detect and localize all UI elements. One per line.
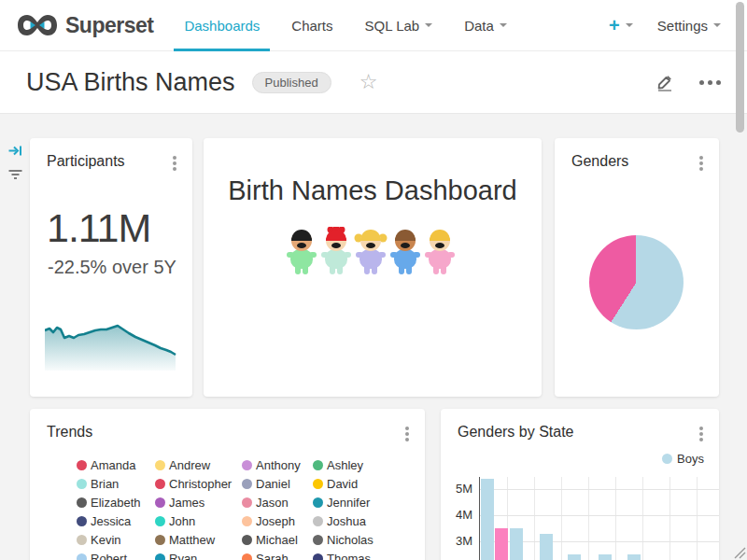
expand-filter-bar-button[interactable]	[7, 143, 23, 162]
pencil-icon	[655, 72, 675, 92]
legend-dot	[155, 460, 165, 470]
more-options-button[interactable]	[699, 80, 721, 85]
legend-dot	[313, 516, 323, 526]
genders-pie-chart[interactable]	[589, 235, 684, 329]
legend-dot	[242, 516, 252, 526]
legend-item-jason[interactable]: Jason	[242, 493, 313, 511]
legend-dot	[155, 497, 165, 508]
legend-item-david[interactable]: David	[313, 474, 397, 493]
trendline-area-chart	[45, 311, 177, 371]
legend-dot	[662, 454, 672, 464]
y-tick-label: 5M	[441, 482, 472, 497]
legend-item-anthony[interactable]: Anthony	[242, 455, 313, 474]
genders-card: Genders	[555, 138, 719, 397]
legend-dot	[77, 535, 87, 545]
favorite-star-icon[interactable]: ☆	[359, 72, 378, 92]
legend-item-matthew[interactable]: Matthew	[155, 530, 242, 549]
bar[interactable]	[510, 528, 523, 560]
legend-dot	[242, 497, 252, 508]
expand-right-icon	[7, 143, 23, 159]
vertical-scrollbar-thumb[interactable]	[736, 2, 744, 133]
legend-item-boys[interactable]: Boys	[662, 452, 704, 466]
legend-item-joshua[interactable]: Joshua	[313, 511, 397, 530]
legend-item-jessica[interactable]: Jessica	[77, 511, 155, 530]
legend-dot	[242, 535, 252, 545]
nav-item-dashboards[interactable]: Dashboards	[168, 0, 275, 51]
legend-dot	[155, 553, 165, 560]
legend-item-thomas[interactable]: Thomas	[313, 549, 397, 560]
legend-dot	[155, 479, 165, 489]
chevron-down-icon	[500, 23, 507, 27]
legend-item-sarah[interactable]: Sarah	[242, 549, 313, 560]
kebab-icon	[699, 156, 703, 160]
legend-dot	[77, 479, 87, 489]
chevron-down-icon	[713, 23, 721, 27]
superset-logo[interactable]: Superset	[17, 12, 153, 38]
trends-legend: AmandaAndrewAnthonyAshleyBrianChristophe…	[77, 455, 419, 560]
bar[interactable]	[495, 528, 508, 560]
infinity-logo-icon	[17, 12, 58, 38]
legend-dot	[77, 553, 87, 560]
top-navbar: Superset Dashboards Charts SQL Lab Data …	[0, 0, 747, 51]
gridline	[480, 489, 719, 490]
legend-item-amanda[interactable]: Amanda	[77, 455, 155, 474]
legend-item-john[interactable]: John	[155, 511, 242, 530]
card-menu-button[interactable]	[170, 153, 179, 174]
bar[interactable]	[568, 554, 581, 560]
bar-chart-plot-area	[479, 477, 719, 560]
filter-button[interactable]	[7, 168, 23, 185]
new-item-button[interactable]: +	[601, 15, 641, 36]
legend-item-christopher[interactable]: Christopher	[155, 474, 242, 493]
chevron-down-icon	[626, 23, 633, 27]
card-menu-button[interactable]	[697, 424, 706, 444]
legend-dot	[77, 460, 87, 470]
filter-funnel-icon	[7, 168, 23, 181]
legend-item-robert[interactable]: Robert	[77, 549, 155, 560]
legend-item-joseph[interactable]: Joseph	[242, 511, 313, 530]
filter-rail	[0, 114, 28, 560]
legend-dot	[242, 553, 252, 560]
legend-item-michael[interactable]: Michael	[242, 530, 313, 549]
legend-item-ryan[interactable]: Ryan	[155, 549, 242, 560]
card-menu-button[interactable]	[402, 424, 412, 444]
bar[interactable]	[481, 479, 494, 560]
legend-dot	[313, 460, 323, 470]
nav-item-charts[interactable]: Charts	[275, 0, 348, 51]
children-illustration	[287, 227, 458, 277]
ellipsis-icon	[699, 80, 704, 85]
legend-dot	[77, 516, 87, 526]
legend-dot	[77, 497, 87, 508]
bar[interactable]	[599, 554, 612, 560]
resize-handle-icon[interactable]	[731, 544, 746, 559]
markdown-header-card: Birth Names Dashboard	[204, 138, 542, 397]
card-menu-button[interactable]	[697, 153, 706, 174]
plus-icon: +	[609, 15, 620, 36]
chevron-down-icon	[425, 23, 432, 27]
legend-item-brian[interactable]: Brian	[77, 474, 155, 493]
legend-dot	[242, 460, 252, 470]
legend-item-jennifer[interactable]: Jennifer	[313, 493, 397, 511]
genders-by-state-card: Genders by State Boys 5M4M3M	[441, 409, 719, 560]
legend-dot	[155, 516, 165, 526]
nav-item-sql-lab[interactable]: SQL Lab	[349, 0, 449, 51]
card-title: Participants	[47, 153, 125, 170]
kebab-icon	[173, 156, 176, 160]
nav-item-data[interactable]: Data	[448, 0, 523, 51]
legend-item-james[interactable]: James	[155, 493, 242, 511]
legend-item-nicholas[interactable]: Nicholas	[313, 530, 397, 549]
card-title: Genders by State	[458, 424, 574, 441]
legend-item-ashley[interactable]: Ashley	[313, 455, 397, 474]
settings-menu[interactable]: Settings	[657, 18, 721, 34]
legend-dot	[313, 479, 323, 489]
legend-item-daniel[interactable]: Daniel	[242, 474, 313, 493]
legend-item-andrew[interactable]: Andrew	[155, 455, 242, 474]
legend-item-kevin[interactable]: Kevin	[77, 530, 155, 549]
published-badge[interactable]: Published	[252, 72, 331, 93]
bar[interactable]	[540, 534, 553, 560]
legend-dot	[313, 535, 323, 545]
bar[interactable]	[627, 554, 641, 560]
legend-item-elizabeth[interactable]: Elizabeth	[77, 493, 155, 511]
kebab-icon	[699, 427, 703, 430]
big-number-subheader: -22.5% over 5Y	[48, 257, 192, 278]
edit-dashboard-button[interactable]	[655, 72, 675, 92]
